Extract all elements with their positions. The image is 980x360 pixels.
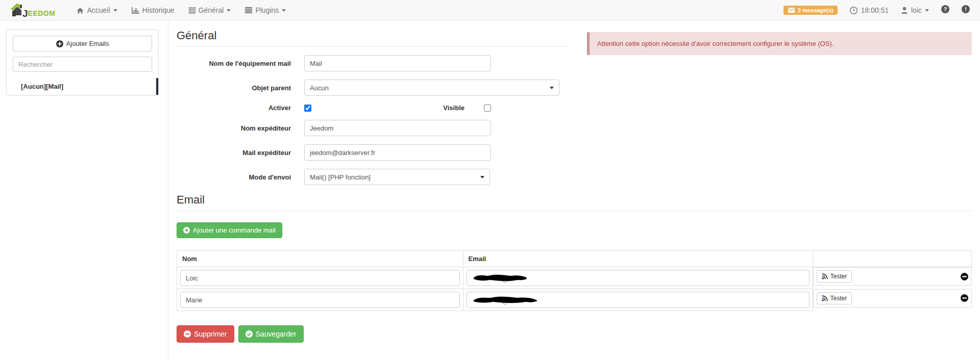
command-name-input[interactable] — [180, 292, 460, 308]
parent-object-value: Aucun — [310, 84, 329, 92]
equipment-name-label: Nom de l'équipement mail — [177, 60, 304, 67]
page-content: Ajouter Emails [Aucun][Mail] Général Nom… — [0, 21, 980, 360]
caret-down-icon — [925, 9, 929, 12]
check-circle-icon — [246, 330, 253, 338]
svg-text:?: ? — [944, 6, 947, 12]
caret-down-icon — [113, 9, 117, 12]
visible-checkbox[interactable] — [484, 105, 491, 112]
supprimer-button[interactable]: Supprimer — [177, 325, 234, 343]
send-mode-value: Mail() [PHP fonction] — [310, 173, 371, 181]
info-button[interactable]: ! — [962, 5, 970, 15]
field-parent-object: Objet parent Aucun — [177, 80, 570, 96]
nav-item-label: Général — [199, 6, 224, 14]
sidebar-panel: Ajouter Emails [Aucun][Mail] — [6, 29, 159, 95]
field-equipment-name: Nom de l'équipement mail — [177, 55, 570, 71]
search-input[interactable] — [13, 57, 152, 72]
clock-display[interactable]: 18:00:51 — [850, 6, 889, 14]
mail-commands-table: Nom Email @ — [177, 250, 972, 311]
svg-text:!: ! — [965, 6, 967, 12]
table-header-row: Nom Email — [177, 251, 972, 267]
add-emails-button[interactable]: Ajouter Emails — [13, 36, 152, 52]
activer-label: Activer — [177, 104, 304, 112]
visible-label: Visible — [393, 104, 464, 112]
brand-letter: J — [22, 10, 28, 17]
nav-item-plugins[interactable]: Plugins — [245, 6, 286, 14]
equipment-item-label: [Aucun][Mail] — [21, 83, 63, 90]
email-section-title: Email — [177, 193, 972, 211]
minus-circle-icon — [184, 330, 191, 338]
messages-badge[interactable]: 3 message(s) — [783, 6, 838, 15]
sidebar: Ajouter Emails [Aucun][Mail] — [0, 21, 168, 360]
nav-item-label: Accueil — [87, 6, 110, 14]
user-name: loic — [911, 6, 922, 14]
send-mode-select[interactable]: Mail() [PHP fonction] — [304, 169, 490, 185]
parent-object-select[interactable]: Aucun — [304, 80, 559, 96]
plus-circle-icon — [183, 227, 190, 234]
exclamation-circle-icon: ! — [962, 5, 970, 13]
redacted-email-scribble — [472, 273, 529, 282]
messages-badge-label: 3 message(s) — [798, 7, 834, 13]
field-sender-name: Nom expéditeur — [177, 120, 570, 136]
sender-mail-label: Mail expéditeur — [177, 149, 304, 157]
sender-mail-input[interactable] — [304, 144, 491, 161]
activer-checkbox[interactable] — [304, 105, 311, 112]
table-row: @ Test — [177, 289, 972, 311]
table-row: @ Test — [177, 267, 972, 289]
footer-actions: Supprimer Sauvegarder — [177, 325, 972, 343]
user-icon — [901, 7, 908, 14]
home-icon — [77, 7, 84, 14]
field-sender-mail: Mail expéditeur — [177, 144, 570, 161]
warning-alert: Attention cette option nécessite d'avoir… — [587, 32, 972, 55]
brand-text: EEDOM — [28, 9, 56, 17]
sender-name-label: Nom expéditeur — [177, 124, 304, 132]
navbar-right: 3 message(s) 18:00:51 loic ? — [783, 5, 972, 15]
add-mail-command-button[interactable]: Ajouter une commande mail — [177, 222, 282, 238]
nav-item-accueil[interactable]: Accueil — [77, 6, 117, 14]
envelope-icon — [788, 8, 795, 13]
field-activer-visible: Activer Visible — [177, 104, 570, 112]
parent-object-label: Objet parent — [177, 84, 304, 92]
question-circle-icon: ? — [941, 5, 949, 13]
add-emails-label: Ajouter Emails — [66, 40, 109, 47]
help-button[interactable]: ? — [941, 5, 949, 15]
column-header-email: Email — [463, 251, 813, 267]
sauvegarder-button[interactable]: Sauvegarder — [238, 325, 304, 343]
rss-icon — [822, 273, 828, 279]
sender-name-input[interactable] — [304, 120, 491, 136]
command-name-input[interactable] — [180, 270, 460, 286]
caret-down-icon — [282, 9, 286, 12]
remove-command-minus-icon[interactable] — [961, 294, 968, 302]
tester-button[interactable]: Tester — [817, 292, 852, 304]
list-icon — [245, 7, 252, 13]
jeedom-logo[interactable]: J EEDOM — [8, 3, 55, 17]
nav-item-label: Plugins — [255, 6, 279, 14]
grid-icon — [189, 7, 195, 14]
user-menu[interactable]: loic — [901, 6, 929, 14]
general-form: Général Nom de l'équipement mail Objet p… — [177, 21, 570, 185]
sauvegarder-label: Sauvegarder — [256, 330, 297, 338]
main-area: Général Nom de l'équipement mail Objet p… — [168, 21, 980, 360]
tester-button[interactable]: Tester — [817, 270, 852, 282]
rss-icon — [822, 295, 828, 301]
redacted-email-scribble — [472, 295, 539, 304]
plus-circle-icon — [56, 40, 63, 47]
remove-command-minus-icon[interactable] — [961, 273, 968, 280]
nav-item-label: Historique — [142, 6, 175, 14]
equipment-name-input[interactable] — [304, 55, 491, 71]
equipment-list-item[interactable]: [Aucun][Mail] — [7, 78, 158, 95]
add-mail-command-label: Ajouter une commande mail — [193, 226, 276, 234]
select-caret-icon — [480, 176, 484, 178]
column-header-actions — [813, 251, 971, 267]
select-caret-icon — [550, 87, 554, 89]
field-send-mode: Mode d'envoi Mail() [PHP fonction] — [177, 169, 570, 185]
send-mode-label: Mode d'envoi — [177, 173, 304, 181]
nav-item-historique[interactable]: Historique — [132, 6, 175, 14]
bar-chart-icon — [132, 7, 139, 14]
warning-alert-text: Attention cette option nécessite d'avoir… — [597, 40, 834, 47]
column-header-nom: Nom — [177, 251, 463, 267]
top-navbar: J EEDOM Accueil Historique — [0, 0, 980, 21]
caret-down-icon — [227, 9, 231, 12]
nav-item-general[interactable]: Général — [189, 6, 231, 14]
equipment-list: [Aucun][Mail] — [7, 78, 158, 95]
clock-icon — [850, 7, 857, 14]
